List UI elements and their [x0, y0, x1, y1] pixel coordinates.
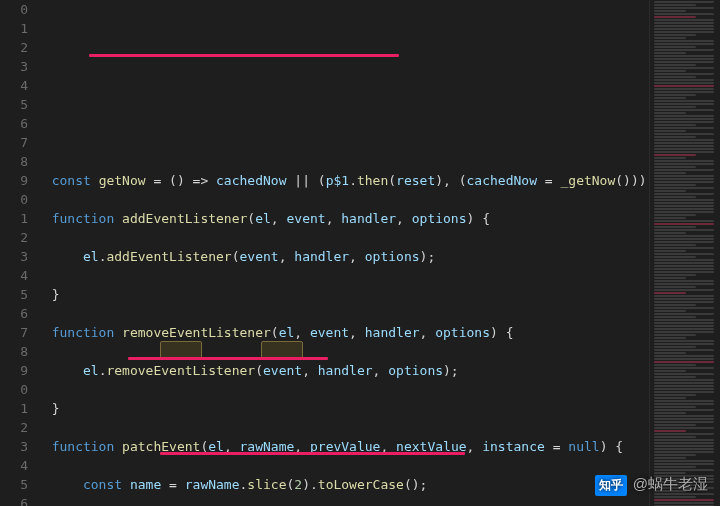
annotation-underline-2: [128, 357, 328, 360]
line-gutter: 01234567890123456789012345678: [0, 0, 36, 506]
minimap[interactable]: [649, 0, 720, 506]
code-editor: 01234567890123456789012345678 const getN…: [0, 0, 720, 506]
code-area[interactable]: const getNow = () => cachedNow || (p$1.t…: [36, 0, 649, 506]
annotation-underline-3: [160, 452, 465, 455]
annotation-underline-1: [89, 54, 399, 57]
